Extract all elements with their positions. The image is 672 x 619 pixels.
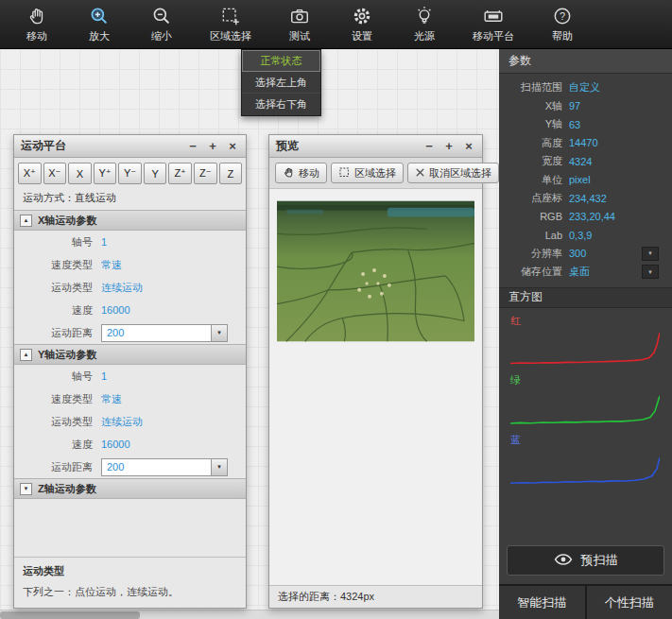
zoom-out-icon (151, 6, 172, 26)
axis-button-y-minus[interactable]: Y⁻ (118, 163, 142, 184)
dropdown-value: 200 (102, 327, 211, 338)
axis-button-y-plus[interactable]: Y⁺ (94, 163, 117, 184)
chevron-down-icon: ▼ (647, 269, 653, 275)
axis-button-z-plus[interactable]: Z⁺ (168, 163, 192, 184)
motion-panel-titlebar[interactable]: 运动平台 − + × (14, 135, 246, 158)
param-label: 储存位置 (499, 265, 569, 279)
minimize-button[interactable]: − (186, 140, 199, 153)
param-row: 运动距离 200 ▼ (14, 456, 246, 478)
param-value: 1 (101, 370, 107, 382)
toolbar-item-test[interactable]: 测试 (268, 0, 331, 48)
histogram-red-curve (510, 333, 660, 364)
smart-scan-button[interactable]: 智能扫描 (499, 586, 585, 619)
section-header-y-axis[interactable]: ▲ Y轴运动参数 (14, 344, 246, 365)
maximize-button[interactable]: + (442, 140, 456, 153)
preview-region-select-button[interactable]: 区域选择 (331, 163, 404, 183)
speed-type-link[interactable]: 常速 (101, 392, 122, 406)
toolbar-item-zoom-out[interactable]: 缩小 (130, 0, 193, 48)
horizontal-scrollbar-thumb[interactable] (0, 611, 140, 619)
region-select-icon (338, 166, 351, 181)
menu-item-select-top-left[interactable]: 选择左上角 (242, 72, 320, 94)
motion-mode-text: 运动方式：直线运动 (14, 188, 246, 210)
maximize-button[interactable]: + (206, 140, 219, 153)
preview-move-button[interactable]: 移动 (275, 163, 327, 183)
custom-scan-button[interactable]: 个性扫描 (587, 586, 672, 619)
param-row: 运动类型 连续运动 (14, 410, 246, 433)
toolbar-item-zoom-in[interactable]: 放大 (68, 0, 130, 48)
param-label: 运动距离 (14, 460, 101, 474)
motion-type-link[interactable]: 连续运动 (101, 281, 143, 295)
menu-item-select-bottom-right[interactable]: 选择右下角 (242, 94, 320, 115)
distance-dropdown[interactable]: 200 ▼ (101, 324, 228, 342)
resolution-dropdown[interactable]: ▼ (642, 247, 659, 261)
axis-button-z[interactable]: Z (219, 163, 243, 184)
toolbar-item-motion-platform[interactable]: 移动平台 (456, 0, 531, 48)
button-label: 区域选择 (354, 166, 396, 181)
axis-button-x-plus[interactable]: X⁺ (18, 163, 42, 184)
speed-type-link[interactable]: 常速 (101, 258, 122, 272)
axis-jog-buttons: X⁺ X⁻ X Y⁺ Y⁻ Y Z⁺ Z⁻ Z (14, 158, 246, 188)
histogram-channel-blue: 蓝 (499, 427, 672, 487)
param-row: 单位 pixel (499, 171, 672, 190)
hand-icon (283, 166, 295, 181)
close-button[interactable]: × (226, 140, 239, 153)
button-label: 取消区域选择 (429, 166, 491, 181)
collapse-icon[interactable]: ▲ (20, 349, 32, 361)
section-header-z-axis[interactable]: ▼ Z轴运动参数 (14, 478, 246, 499)
param-value: 16000 (101, 304, 130, 316)
param-value: 233,20,44 (569, 211, 615, 222)
param-row: 分辨率 300 ▼ (499, 245, 672, 264)
toolbar-item-settings[interactable]: 设置 (331, 0, 393, 48)
save-location-dropdown[interactable]: ▼ (642, 265, 659, 279)
close-button[interactable]: × (462, 140, 475, 153)
preview-image[interactable] (277, 200, 474, 342)
param-value: 1 (101, 236, 107, 248)
gear-icon (352, 6, 372, 26)
menu-item-normal-state[interactable]: 正常状态 (242, 50, 320, 72)
param-label: 扫描范围 (499, 80, 569, 95)
distance-dropdown[interactable]: 200 ▼ (101, 458, 228, 476)
preview-panel-titlebar[interactable]: 预览 − + × (269, 135, 482, 158)
scan-buttons-strip: 智能扫描 个性扫描 (499, 584, 672, 619)
toolbar-label: 光源 (414, 29, 435, 43)
prescan-button[interactable]: 预扫描 (507, 545, 664, 576)
preview-cancel-region-button[interactable]: 取消区域选择 (407, 163, 499, 183)
param-value: 14470 (569, 137, 598, 148)
toolbar-label: 缩小 (151, 29, 172, 43)
param-label: 分辨率 (499, 247, 569, 261)
param-label: 运动类型 (14, 415, 101, 429)
section-header-x-axis[interactable]: ▲ X轴运动参数 (14, 210, 246, 231)
param-label: 单位 (499, 173, 569, 187)
axis-button-x-minus[interactable]: X⁻ (43, 163, 67, 184)
motion-type-link[interactable]: 连续运动 (101, 415, 143, 429)
preview-panel: 预览 − + × 移动 (268, 134, 483, 609)
param-label: 速度类型 (14, 258, 101, 272)
scan-range-link[interactable]: 自定义 (569, 80, 600, 95)
toolbar-item-light-source[interactable]: 光源 (393, 0, 456, 48)
chevron-down-icon: ▼ (647, 250, 653, 256)
toolbar-label: 测试 (289, 29, 310, 43)
chevron-down-icon[interactable]: ▼ (211, 459, 227, 475)
param-value: 234,432 (569, 193, 607, 204)
param-label: 速度 (14, 303, 101, 318)
panel-title: 运动平台 (21, 138, 66, 154)
param-label: 轴号 (14, 370, 101, 384)
toolbar-item-region-select[interactable]: 区域选择 (193, 0, 268, 48)
region-select-icon (220, 6, 241, 26)
channel-label: 绿 (510, 373, 661, 387)
minimize-button[interactable]: − (422, 140, 436, 153)
section-title: X轴运动参数 (38, 214, 96, 228)
axis-button-x[interactable]: X (68, 163, 92, 184)
chevron-down-icon[interactable]: ▼ (211, 325, 227, 341)
collapse-icon[interactable]: ▲ (20, 215, 32, 227)
param-row: 储存位置 桌面 ▼ (499, 263, 672, 282)
axis-button-y[interactable]: Y (144, 163, 167, 184)
expand-icon[interactable]: ▼ (20, 483, 32, 495)
axis-button-z-minus[interactable]: Z⁻ (194, 163, 217, 184)
toolbar-item-move[interactable]: 移动 (6, 0, 68, 48)
param-row: 高度 14470 (499, 134, 672, 153)
param-row: Y轴 63 (499, 115, 672, 134)
toolbar-item-help[interactable]: ? 帮助 (531, 0, 594, 48)
motion-platform-panel: 运动平台 − + × X⁺ X⁻ X Y⁺ Y⁻ Y Z⁺ Z⁻ Z 运动方式：… (13, 134, 247, 609)
toolbar-label: 移动平台 (473, 29, 514, 43)
